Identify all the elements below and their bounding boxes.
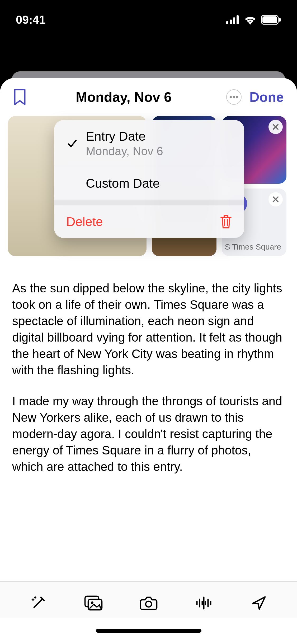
remove-photo-button[interactable] xyxy=(268,120,283,134)
menu-item-entry-date[interactable]: Entry Date Monday, Nov 6 xyxy=(54,120,244,167)
svg-point-8 xyxy=(233,96,235,98)
wifi-icon xyxy=(244,15,257,25)
cell-signal-icon xyxy=(226,15,239,24)
menu-separator xyxy=(54,200,244,205)
svg-rect-3 xyxy=(237,15,239,24)
battery-icon xyxy=(261,15,281,25)
more-button[interactable] xyxy=(226,89,242,105)
bottom-toolbar xyxy=(0,581,297,618)
entry-body[interactable]: As the sun dipped below the skyline, the… xyxy=(0,256,297,581)
date-context-menu: Entry Date Monday, Nov 6 Custom Date Del… xyxy=(54,120,244,238)
trash-icon xyxy=(220,215,232,229)
bookmark-button[interactable] xyxy=(13,89,26,105)
menu-item-custom-date[interactable]: Custom Date xyxy=(54,167,244,200)
entry-sheet: Monday, Nov 6 Done xyxy=(0,78,297,644)
svg-rect-2 xyxy=(233,17,235,24)
menu-item-title: Custom Date xyxy=(86,176,160,191)
status-time: 09:41 xyxy=(16,13,46,26)
done-button[interactable]: Done xyxy=(249,89,284,105)
svg-rect-6 xyxy=(279,18,281,22)
svg-point-12 xyxy=(91,601,93,604)
magic-wand-button[interactable] xyxy=(26,594,50,612)
entry-title: Monday, Nov 6 xyxy=(76,89,172,105)
camera-button[interactable] xyxy=(137,594,161,612)
photo-library-button[interactable] xyxy=(82,594,105,612)
menu-item-subtitle: Monday, Nov 6 xyxy=(86,145,163,158)
menu-item-title: Delete xyxy=(66,214,103,229)
menu-item-delete[interactable]: Delete xyxy=(54,205,244,238)
entry-paragraph: As the sun dipped below the skyline, the… xyxy=(12,280,285,379)
status-indicators xyxy=(226,15,281,25)
status-bar: 09:41 xyxy=(0,0,297,40)
remove-map-button[interactable] xyxy=(268,192,283,206)
home-indicator[interactable] xyxy=(96,629,201,633)
entry-paragraph: I made my way through the throngs of tou… xyxy=(12,393,285,475)
svg-point-7 xyxy=(230,96,232,98)
svg-rect-0 xyxy=(226,21,228,24)
svg-rect-1 xyxy=(230,20,232,24)
home-indicator-area xyxy=(0,618,297,644)
media-gallery: S Times Square Entry Date Monday, Nov 6 … xyxy=(8,116,289,256)
svg-point-9 xyxy=(236,96,238,98)
menu-item-title: Entry Date xyxy=(86,129,163,144)
audio-button[interactable] xyxy=(192,594,216,612)
map-label: S Times Square xyxy=(225,242,281,251)
location-button[interactable] xyxy=(247,594,271,612)
checkmark-icon xyxy=(66,137,78,150)
svg-rect-5 xyxy=(262,16,277,23)
svg-point-13 xyxy=(146,601,152,607)
entry-header: Monday, Nov 6 Done xyxy=(0,78,297,113)
